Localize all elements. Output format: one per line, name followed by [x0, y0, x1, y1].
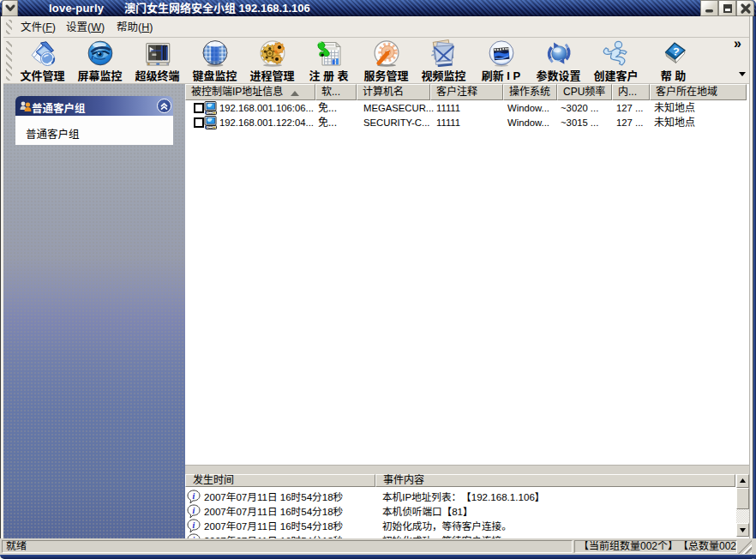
svg-text:i: i — [193, 491, 195, 501]
svg-text:i: i — [193, 506, 195, 515]
svg-text:i: i — [193, 520, 195, 530]
